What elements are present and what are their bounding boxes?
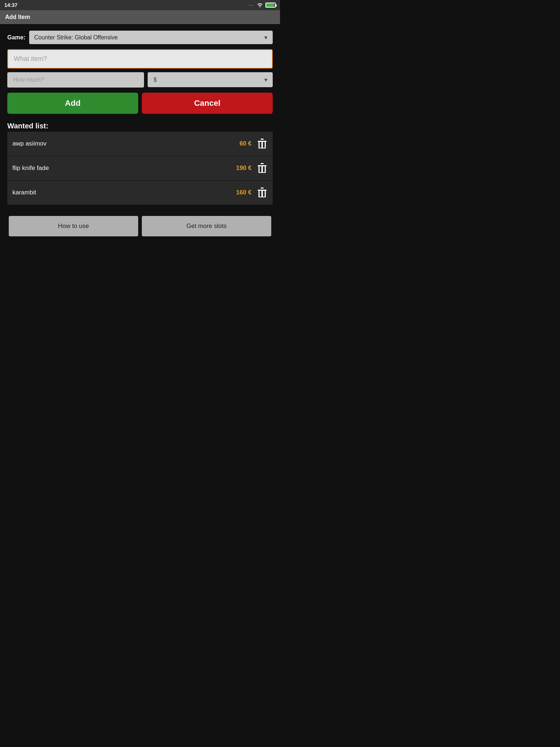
- price-input[interactable]: [7, 72, 144, 88]
- cancel-button[interactable]: Cancel: [142, 93, 273, 114]
- svg-rect-15: [265, 191, 266, 197]
- item-price: 160 €: [236, 189, 252, 196]
- svg-rect-1: [261, 139, 264, 140]
- item-right: 160 €: [236, 186, 268, 199]
- svg-rect-14: [258, 191, 260, 197]
- item-price: 60 €: [240, 140, 252, 147]
- title-bar: Add Item: [0, 10, 280, 24]
- game-select[interactable]: Counter Strike: Global Offensive Dota 2 …: [29, 31, 273, 44]
- list-item: awp asiimov 60 €: [7, 132, 273, 156]
- item-input-wrapper: [7, 49, 273, 69]
- currency-select[interactable]: $ € £: [148, 72, 273, 87]
- svg-rect-10: [261, 166, 263, 173]
- svg-rect-13: [261, 187, 264, 189]
- svg-rect-6: [258, 165, 267, 166]
- svg-rect-11: [258, 172, 266, 173]
- wanted-list-section: Wanted list: awp asiimov 60 €: [7, 122, 273, 205]
- price-row: $ € £: [7, 72, 273, 88]
- bottom-row: How to use Get more slots: [7, 216, 273, 236]
- how-to-use-button[interactable]: How to use: [9, 216, 138, 236]
- delete-button[interactable]: [257, 138, 268, 150]
- delete-button[interactable]: [257, 186, 268, 199]
- svg-rect-7: [261, 163, 264, 164]
- svg-rect-2: [258, 142, 260, 148]
- svg-rect-17: [258, 197, 266, 197]
- status-time: 14:37: [4, 2, 18, 8]
- game-select-wrapper: Counter Strike: Global Offensive Dota 2 …: [29, 31, 273, 44]
- status-icons: ···: [249, 2, 276, 8]
- svg-rect-8: [258, 166, 260, 173]
- item-input[interactable]: [7, 49, 273, 69]
- game-label: Game:: [7, 34, 26, 41]
- get-more-slots-button[interactable]: Get more slots: [142, 216, 271, 236]
- item-name: flip knife fade: [12, 165, 49, 172]
- delete-button[interactable]: [257, 162, 268, 174]
- wifi-icon: [257, 2, 263, 8]
- item-name: karambit: [12, 189, 36, 196]
- item-right: 60 €: [240, 138, 268, 150]
- signal-icon: ···: [249, 3, 254, 8]
- wanted-list-title: Wanted list:: [7, 122, 273, 130]
- battery-icon: [265, 3, 276, 8]
- item-name: awp asiimov: [12, 140, 47, 147]
- main-content: Game: Counter Strike: Global Offensive D…: [0, 24, 280, 243]
- game-row: Game: Counter Strike: Global Offensive D…: [7, 31, 273, 44]
- page-title: Add Item: [5, 14, 30, 20]
- svg-rect-4: [261, 142, 263, 148]
- svg-rect-5: [258, 148, 266, 148]
- svg-rect-0: [258, 141, 267, 142]
- list-item: karambit 160 €: [7, 181, 273, 205]
- svg-rect-9: [265, 166, 266, 173]
- currency-select-wrapper: $ € £: [148, 72, 273, 88]
- svg-rect-16: [261, 191, 263, 197]
- svg-rect-12: [258, 190, 267, 191]
- status-bar: 14:37 ···: [0, 0, 280, 10]
- add-button[interactable]: Add: [7, 93, 138, 114]
- list-item: flip knife fade 190 €: [7, 156, 273, 181]
- action-row: Add Cancel: [7, 93, 273, 114]
- svg-rect-3: [265, 142, 266, 148]
- item-right: 190 €: [236, 162, 268, 174]
- item-price: 190 €: [236, 165, 252, 172]
